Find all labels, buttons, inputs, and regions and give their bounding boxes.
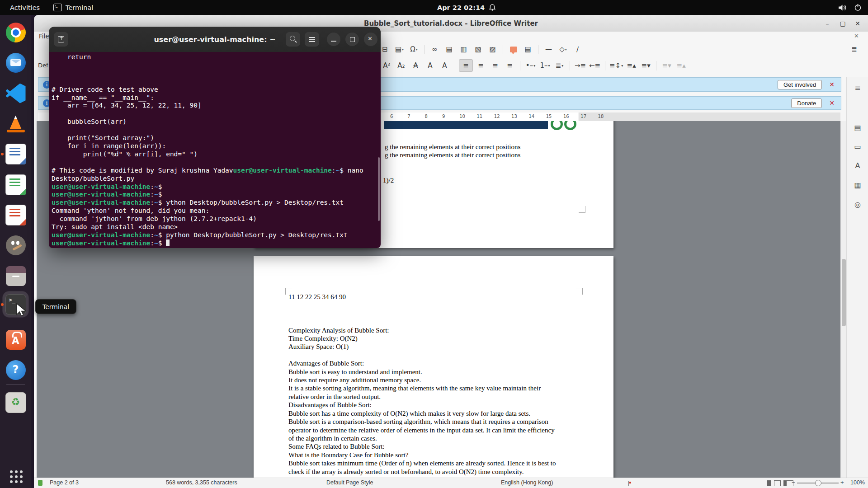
comment-icon[interactable] (507, 43, 520, 55)
terminal-close-button[interactable] (364, 33, 377, 46)
decrease-indent-icon[interactable]: ←≡ (588, 60, 601, 71)
increase-indent-icon[interactable]: →≡ (574, 60, 587, 71)
basic-shapes-icon[interactable]: ◇▾ (557, 43, 570, 55)
dock-item-vlc[interactable] (3, 111, 28, 136)
dock-item-files[interactable] (3, 263, 28, 289)
status-page-style[interactable]: Default Page Style (326, 479, 373, 486)
navigator-icon[interactable]: ◎ (847, 197, 868, 211)
document-page-2[interactable]: 11 12 22 25 34 64 90 Complexity Analysis… (254, 256, 613, 478)
align-left-icon[interactable]: ≡ (459, 59, 473, 72)
search-button[interactable] (286, 32, 300, 47)
footnote-icon[interactable]: ▤ (443, 43, 456, 55)
status-page-number[interactable]: Page 2 of 3 (50, 479, 79, 486)
strikethrough-icon[interactable]: A (409, 60, 422, 71)
menu-file[interactable]: File (39, 33, 49, 40)
infobar-close-icon[interactable]: ✕ (827, 81, 836, 88)
paragraph-space-increase-icon[interactable]: ≡▴ (625, 60, 638, 71)
zoom-slider-thumb[interactable] (815, 480, 821, 486)
terminal-scrollbar[interactable] (378, 157, 380, 221)
donate-button[interactable]: Donate (791, 99, 822, 108)
track-changes-icon[interactable]: ▤ (521, 43, 534, 55)
page2-text[interactable]: 11 12 22 25 34 64 90 Complexity Analysis… (288, 293, 587, 476)
dock-item-show-applications[interactable] (3, 463, 28, 488)
terminal-minimize-button[interactable] (327, 33, 340, 46)
menu-button[interactable] (305, 32, 319, 47)
hyperlink-icon[interactable]: ∞ (428, 43, 441, 55)
clock-menu[interactable]: Apr 22 02:14 (437, 0, 496, 15)
properties-icon[interactable]: ▤ (847, 121, 868, 134)
font-color-icon[interactable]: A (424, 60, 437, 71)
dock-item-libreoffice-writer[interactable] (3, 141, 28, 167)
clock-text: Apr 22 02:14 (437, 4, 485, 11)
infobar-close-icon[interactable]: ✕ (827, 99, 836, 107)
unordered-list-icon[interactable]: •–▾ (524, 60, 537, 71)
toolbar-separator (424, 45, 425, 54)
files-icon (6, 266, 26, 286)
line-spacing-icon[interactable]: ≡↕▾ (609, 60, 623, 71)
focused-app-menu[interactable]: Terminal (53, 0, 93, 15)
writer-close-button[interactable]: ✕ (852, 18, 863, 29)
single-page-view-icon[interactable] (767, 480, 771, 486)
align-center-icon[interactable]: ≡ (474, 60, 487, 71)
special-character-icon[interactable]: Ω▾ (407, 43, 420, 55)
close-document-icon[interactable]: ✕ (854, 33, 859, 39)
bookmark-icon[interactable]: ▧ (472, 43, 485, 55)
scrollbar-thumb[interactable] (842, 259, 846, 326)
align-right-icon[interactable]: ≡ (489, 60, 502, 71)
dock-item-trash[interactable] (3, 389, 28, 415)
ordered-list-icon[interactable]: 1–▾ (538, 60, 552, 71)
insert-line-icon[interactable]: — (542, 43, 555, 55)
dock-item-libreoffice-impress[interactable] (3, 202, 28, 228)
get-involved-button[interactable]: Get involved (778, 80, 822, 89)
endnote-icon[interactable]: ▥ (457, 43, 470, 55)
toolbar-separator (538, 45, 538, 54)
dock-item-libreoffice-calc[interactable] (3, 172, 28, 197)
terminal-titlebar[interactable]: user@user-virtual-machine: ~ (49, 27, 381, 52)
document-scrollbar[interactable] (840, 121, 847, 478)
sidebar-settings-icon[interactable]: ≡ (847, 81, 868, 94)
paragraph-space-decrease-icon[interactable]: ≡▾ (639, 60, 652, 71)
page1-fraction-text[interactable]: 1)/2 (383, 177, 394, 184)
move-down-icon[interactable]: ≡▾ (660, 60, 673, 71)
focused-app-name: Terminal (66, 4, 93, 11)
help-icon (6, 360, 26, 380)
status-word-count[interactable]: 568 words, 3,355 characters (166, 479, 237, 486)
subscript-icon[interactable]: A₂ (395, 60, 408, 71)
sidebar-toggle-icon[interactable]: ≣ (848, 43, 861, 55)
system-status-area[interactable] (838, 0, 862, 15)
terminal-maximize-button[interactable] (345, 33, 359, 46)
insert-field-icon[interactable]: ▤▾ (393, 43, 406, 55)
notification-bell-icon (489, 4, 496, 11)
status-language[interactable]: English (Hong Kong) (501, 479, 553, 486)
selection-mode-icon[interactable] (628, 481, 635, 486)
page-deck-icon[interactable]: ▭ (847, 140, 868, 153)
terminal-output[interactable]: return # Driver code to test aboveif __n… (49, 52, 381, 248)
move-up-icon[interactable]: ≡▴ (675, 60, 688, 71)
dock-item-gimp[interactable] (3, 232, 28, 258)
writer-minimize-button[interactable]: – (822, 18, 833, 29)
page1-text[interactable]: g the remaining elements at their correc… (385, 143, 520, 160)
paragraph-style-combo[interactable]: Def (38, 62, 50, 69)
dock-item-ubuntu-software[interactable] (3, 327, 28, 352)
superscript-icon[interactable]: A² (380, 60, 393, 71)
dock-item-help[interactable] (3, 357, 28, 383)
writer-maximize-button[interactable]: ▢ (837, 18, 848, 29)
justify-icon[interactable]: ≡ (503, 60, 516, 71)
dock-item-thunderbird[interactable] (3, 50, 28, 75)
libreoffice-writer-icon (5, 144, 26, 164)
dock-item-google-chrome[interactable] (3, 19, 28, 45)
status-zoom-level[interactable]: 100% (850, 479, 865, 486)
activities-button[interactable]: Activities (7, 0, 42, 15)
styles-icon[interactable]: A (847, 159, 868, 172)
multi-page-view-icon[interactable] (774, 480, 781, 486)
ruler-number: 15 (546, 114, 552, 119)
cross-reference-icon[interactable]: ▨ (486, 43, 499, 55)
freehand-line-icon[interactable]: ∕ (571, 43, 584, 55)
gallery-icon[interactable]: ▦ (847, 178, 868, 192)
dock-item-vscode[interactable] (3, 80, 28, 106)
outline-list-icon[interactable]: ≣▾ (553, 60, 566, 71)
zoom-out-icon[interactable]: − (792, 479, 795, 486)
zoom-in-icon[interactable]: + (840, 479, 844, 486)
highlight-color-icon[interactable]: A (438, 60, 451, 71)
ruler-number: 10 (459, 114, 465, 119)
